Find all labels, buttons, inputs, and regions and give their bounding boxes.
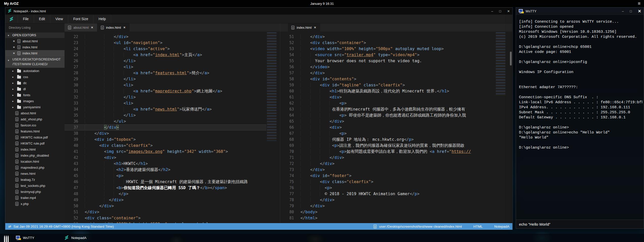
close-icon[interactable]: ✕ [13,40,15,43]
code-line[interactable]: 26 </li> [65,58,266,64]
code-line[interactable]: 34 <a href="news.html">玩家傳送門</a> [65,106,266,112]
chevron-right-icon[interactable]: ▸ [12,70,15,72]
code-line[interactable]: 40 <div class="clearfix"> [65,143,266,149]
system-menu-label[interactable]: My ArOZ [4,2,19,6]
sidebar-file-location-html[interactable]: location.html [5,158,65,164]
sidebar-file-testmysql-php[interactable]: testmysql.php [5,189,65,195]
close-button[interactable]: ✕ [638,10,641,13]
sidebar-file-index-html[interactable]: index.html [5,146,65,152]
chevron-right-icon[interactable]: ▸ [12,94,15,96]
minimap-right[interactable] [495,31,509,223]
chevron-down-icon[interactable]: ▾ [8,34,10,37]
notepada-titlebar[interactable]: NotepadA - index.html –□✕ [5,8,512,15]
code-line[interactable]: 25 <a href="index.html">主頁</a> [65,52,266,58]
scrollbar[interactable] [509,31,512,223]
code-line[interactable]: 72 </div> [280,161,495,167]
sidebar-file-features-html[interactable]: features.html [5,128,65,134]
code-line[interactable]: 37 </div> [65,124,266,130]
sidebar-file-index-php-disabled[interactable]: index.php_disabled [5,152,65,158]
chevron-right-icon[interactable]: ▸ [12,100,15,102]
code-line[interactable]: 50 </div> [65,203,266,209]
menu-item-help[interactable]: Help [93,15,111,23]
sidebar-file-favicon-ico[interactable]: favicon.ico [5,122,65,128]
chevron-down-icon[interactable]: ▾ [8,58,10,67]
code-line[interactable]: 46 HKWTC 是一個 Minecraft 的建築伺服器，主要建築計劃包括鐵路 [65,179,266,185]
code-line[interactable]: 43 <h1>HKWTC</h1> [65,161,266,167]
sidebar-folder-dc[interactable]: ▸dc [5,80,65,86]
code-line[interactable]: 81</html> [280,215,495,221]
chevron-right-icon[interactable]: ▸ [12,106,15,109]
code-line[interactable]: 64 <p> 即使你不是建築師，你也能透過紅石師或鐵路工程師的身份加入我 [280,112,495,118]
code-line[interactable]: 33 <li> [65,100,266,106]
sidebar-file-add-vhost-php[interactable]: add_vhost.php [5,116,65,122]
sidebar-file-mapredirect-php[interactable]: mapredirect.php [5,164,65,170]
menu-item-file[interactable]: File [18,15,34,23]
menu-item-view[interactable]: View [50,15,68,23]
code-line[interactable]: 24 <li class="active"> [65,46,266,52]
code-line[interactable]: 23 <ul id="navigation"> [65,40,266,46]
terminal-input[interactable]: echo "Hello World" [516,220,644,228]
code-line[interactable]: 51 </div> [280,34,495,40]
code-line[interactable]: 49 </div> [65,197,266,203]
code-line[interactable]: 61 <div> [280,94,495,100]
code-line[interactable]: 65 </div> [280,118,495,124]
code-line[interactable]: 54 <source src="trailer.mp4" type="video… [280,52,495,58]
code-line[interactable]: 42 <div> [65,155,266,161]
code-line[interactable]: 74 <div id="footer"> [280,173,495,179]
minimize-button[interactable]: – [491,10,493,13]
code-line[interactable]: 48 </p> [65,191,266,197]
minimize-button[interactable]: – [622,10,624,13]
code-line[interactable]: 58 <div id="contents"> [280,76,495,82]
code-line[interactable]: 45 <p> [65,173,266,179]
code-line[interactable]: 30 <li> [65,82,266,88]
menu-item-edit[interactable]: Edit [34,15,50,23]
code-line[interactable]: 41 <img src="images/box.png" height="342… [65,149,266,155]
open-editors-section[interactable]: ▾ OPEN EDITORS [5,32,65,38]
code-editor-left[interactable]: 22 </div>23 <ul id="navigation">24 <li c… [65,31,266,223]
code-line[interactable]: 38 </div> [65,130,266,136]
sidebar-folder-yamiyamimi[interactable]: ▸yamiyamimi [5,104,65,110]
sidebar-folder-dl[interactable]: ▸dl [5,86,65,92]
code-line[interactable]: 57 </div> [280,70,495,76]
sidebar-file-HKWTC-notice-pdf[interactable]: HKWTC notice.pdf [5,134,65,140]
code-line[interactable]: 60 <h1>特別為建築及鐵路而設，現代化的 Minecraft 世界.</h1… [280,88,495,94]
sidebar-file-test-sockets-php[interactable]: test_sockets.php [5,183,65,189]
code-line[interactable]: 53 <video width="100%" height="500px" au… [280,46,495,52]
close-icon[interactable]: ✕ [13,52,15,55]
taskbar-item-notepada[interactable]: NotepadA [61,234,90,242]
menu-item-font-size[interactable]: Font Size [68,15,93,23]
code-line[interactable]: 31 <a href="mapredirect.php">網上地圖</a> [65,88,266,94]
code-line[interactable]: 70 <p>如有問題或需要申請白名單，歡迎加入我們的 <a href="http… [280,149,495,155]
close-icon[interactable]: ✕ [13,46,15,49]
code-line[interactable]: 32 </li> [65,94,266,100]
sidebar-file-news-html[interactable]: news.html [5,170,65,177]
code-line[interactable]: 22 </div> [65,34,266,40]
code-line[interactable]: 55 Your browser does not support the vid… [280,58,495,64]
chevron-right-icon[interactable]: ▸ [12,88,15,90]
maximize-button[interactable]: □ [630,10,632,13]
hamburger-menu-icon[interactable]: ≡ [638,0,640,7]
maximize-button[interactable]: □ [499,10,501,13]
close-icon[interactable]: ✕ [314,26,316,29]
chevron-right-icon[interactable]: ▸ [12,76,15,78]
sidebar-folder-fonts[interactable]: ▸fonts [5,92,65,98]
code-line[interactable]: 56 </video> [280,64,495,70]
code-line[interactable]: 52<div class="container"> [65,215,266,221]
tab-about.html[interactable]: about.html✕ [65,23,97,31]
code-editor-right[interactable]: 51 </div>52 <div class="container">53 <v… [280,31,495,223]
code-line[interactable]: 27 <li> [65,64,266,70]
code-line[interactable]: 75 <div class="clearfix"> [280,179,495,185]
code-line[interactable]: 47 <b>你知道我們全線伺服器已轉用 SSD 了嗎？</b></span> [65,185,266,191]
code-line[interactable]: 76 <p> [280,185,495,191]
code-line[interactable]: 66 <div> [280,124,495,130]
sidebar-file-about-html[interactable]: about.html [5,110,65,116]
sidebar-file-x-php[interactable]: x.php [5,201,65,207]
code-line[interactable]: 73 </div> [280,167,495,173]
code-line[interactable]: 71 </div> [280,155,495,161]
open-editor-item[interactable]: ✕about.html [5,38,65,44]
open-editor-item[interactable]: ✕index.html [5,50,65,56]
sidebar-file-HKWTC-rule-pdf[interactable]: HKWTC rule.pdf [5,140,65,146]
code-line[interactable]: 77 © 2018 - 2019 HKWTC Animation Gamer</… [280,191,495,197]
code-line[interactable]: 28 <a href="features.html">簡介</a> [65,70,266,76]
tab-index.html[interactable]: index.html✕ [97,23,130,31]
